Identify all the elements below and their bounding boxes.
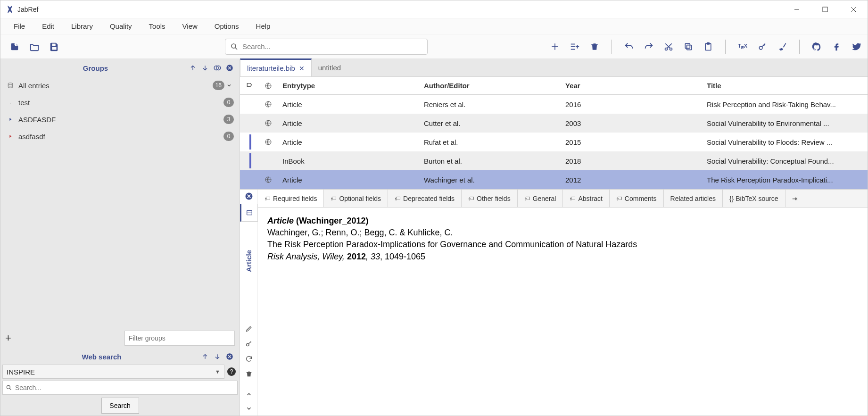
web-source-select[interactable]: INSPIRE ▼: [2, 365, 224, 379]
key-icon[interactable]: [245, 340, 253, 348]
chevron-right-icon[interactable]: [6, 134, 15, 139]
filter-groups-input[interactable]: [124, 331, 235, 346]
group-count: 0: [223, 132, 234, 141]
tab-untitled[interactable]: untitled: [312, 58, 347, 76]
menu-help[interactable]: Help: [248, 19, 279, 33]
tab-label: untitled: [318, 64, 341, 72]
open-library-icon[interactable]: [29, 41, 40, 52]
web-down-icon[interactable]: [212, 351, 223, 362]
tab-label: literaturteile.bib: [247, 64, 295, 72]
twitter-icon[interactable]: [851, 41, 862, 52]
close-button[interactable]: [839, 0, 868, 18]
group-down-icon[interactable]: [200, 63, 210, 73]
etab-related[interactable]: Related articles: [664, 190, 723, 207]
group-item[interactable]: ASDFASDF 3: [0, 111, 240, 128]
entry-pages: 1049-1065: [385, 252, 425, 261]
col-title[interactable]: Title: [702, 82, 868, 90]
etab-deprecated[interactable]: 🏷Deprecated fields: [388, 190, 462, 207]
svg-rect-20: [685, 43, 690, 48]
web-search-input[interactable]: [15, 384, 234, 391]
col-globe-icon[interactable]: [259, 82, 278, 90]
menu-file[interactable]: File: [5, 19, 33, 33]
web-up-icon[interactable]: [200, 351, 210, 362]
tag-icon: 🏷: [524, 195, 530, 202]
col-author[interactable]: Author/Editor: [419, 82, 561, 90]
svg-rect-5: [14, 43, 17, 44]
table-row[interactable]: InBookBurton et al.2018Social Vulnerabil…: [240, 151, 868, 170]
tab-close-icon[interactable]: ✕: [299, 65, 305, 72]
next-entry-icon[interactable]: [246, 405, 252, 412]
facebook-icon[interactable]: [831, 41, 842, 52]
etab-comments[interactable]: 🏷Comments: [610, 190, 664, 207]
new-library-icon[interactable]: [9, 41, 20, 52]
menu-options[interactable]: Options: [206, 19, 248, 33]
maximize-button[interactable]: [811, 0, 839, 18]
search-input[interactable]: [242, 42, 422, 50]
chevron-down-icon[interactable]: [226, 83, 234, 88]
menubar: File Edit Library Quality Tools View Opt…: [0, 18, 868, 34]
trash-icon[interactable]: [245, 370, 253, 378]
minimize-button[interactable]: [783, 0, 811, 18]
redo-icon[interactable]: [643, 41, 654, 52]
menu-library[interactable]: Library: [63, 19, 101, 33]
group-item[interactable]: asdfasdf 0: [0, 128, 240, 145]
group-up-icon[interactable]: [188, 63, 198, 73]
undo-icon[interactable]: [623, 41, 635, 52]
tag-icon: 🏷: [468, 195, 474, 202]
cut-icon[interactable]: [663, 41, 674, 52]
copy-icon[interactable]: [683, 41, 694, 52]
svg-rect-1: [823, 7, 827, 12]
group-close-icon[interactable]: [224, 63, 235, 73]
search-box[interactable]: [225, 39, 428, 55]
chevron-right-icon[interactable]: [6, 117, 15, 122]
table-row[interactable]: ArticleWachinger et al.2012The Risk Perc…: [240, 170, 868, 189]
editor-close-icon[interactable]: [244, 191, 254, 201]
entry-year: 2012: [347, 252, 366, 261]
group-all-entries[interactable]: All entries 16: [0, 77, 240, 94]
github-icon[interactable]: [811, 41, 822, 52]
push-to-tex-icon[interactable]: TEX: [737, 41, 748, 52]
new-entry-icon[interactable]: [549, 41, 561, 52]
tag-icon: 🏷: [331, 195, 336, 202]
etab-abstract[interactable]: 🏷Abstract: [563, 190, 609, 207]
menu-tools[interactable]: Tools: [141, 19, 174, 33]
web-search-box[interactable]: [2, 381, 238, 395]
etab-optional[interactable]: 🏷Optional fields: [324, 190, 388, 207]
etab-general[interactable]: 🏷General: [518, 190, 563, 207]
help-icon[interactable]: ?: [227, 367, 236, 376]
app-logo-icon: [5, 5, 15, 14]
editor-type-tab-icon[interactable]: [240, 204, 258, 222]
save-icon[interactable]: [49, 41, 60, 52]
prev-entry-icon[interactable]: [246, 391, 252, 398]
group-item[interactable]: · test 0: [0, 94, 240, 111]
refresh-icon[interactable]: [245, 355, 253, 363]
menu-view[interactable]: View: [174, 19, 206, 33]
table-row[interactable]: ArticleCutter et al.2003Social Vulnerabi…: [240, 114, 868, 133]
svg-point-6: [231, 44, 236, 48]
new-entry-list-icon[interactable]: [569, 41, 580, 52]
col-marker-icon[interactable]: [240, 82, 259, 90]
table-row[interactable]: ArticleRufat et al.2015Social Vulnerabil…: [240, 133, 868, 151]
add-group-icon[interactable]: +: [5, 332, 11, 344]
etab-bibtex[interactable]: {} BibTeX source: [723, 190, 785, 207]
col-year[interactable]: Year: [561, 82, 702, 90]
group-intersection-icon[interactable]: [212, 63, 223, 73]
generate-key-icon[interactable]: [757, 41, 768, 52]
edit-icon[interactable]: [245, 325, 253, 333]
web-close-icon[interactable]: [224, 351, 235, 362]
paste-icon[interactable]: [703, 41, 714, 52]
menu-edit[interactable]: Edit: [33, 19, 63, 33]
etab-required[interactable]: 🏷Required fields: [258, 190, 324, 207]
menu-quality[interactable]: Quality: [101, 19, 141, 33]
cleanup-icon[interactable]: [777, 41, 788, 52]
col-entrytype[interactable]: Entrytype: [278, 82, 419, 90]
web-search-button[interactable]: Search: [101, 398, 139, 414]
table-row[interactable]: ArticleReniers et al.2016Risk Perception…: [240, 95, 868, 114]
entry-authors: Wachinger, G.; Renn, O.; Begg, C. & Kuhl…: [267, 227, 858, 239]
delete-entry-icon[interactable]: [589, 41, 600, 52]
etab-more[interactable]: ⇥: [785, 190, 804, 207]
group-count: 0: [223, 98, 234, 107]
tab-literaturteile[interactable]: literaturteile.bib ✕: [240, 58, 312, 76]
groups-label: Groups: [5, 64, 186, 72]
etab-other[interactable]: 🏷Other fields: [462, 190, 518, 207]
